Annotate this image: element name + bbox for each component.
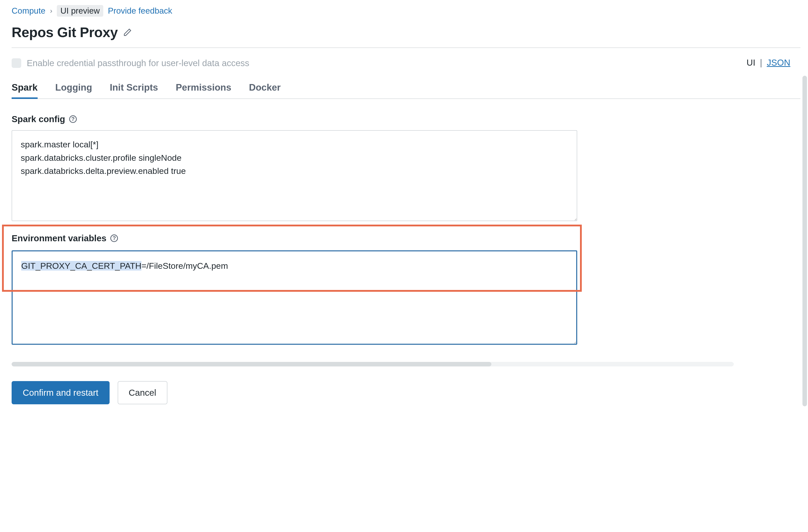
passthrough-label: Enable credential passthrough for user-l… [27, 58, 249, 68]
config-tabs: Spark Logging Init Scripts Permissions D… [12, 82, 801, 99]
tab-docker[interactable]: Docker [249, 82, 280, 98]
page-title: Repos Git Proxy [12, 24, 118, 40]
env-rest-text: =/FileStore/myCA.pem [141, 261, 228, 270]
pencil-icon[interactable] [123, 28, 132, 37]
passthrough-checkbox [12, 58, 21, 68]
view-mode-ui[interactable]: UI [747, 58, 755, 68]
breadcrumb-root[interactable]: Compute [12, 6, 45, 16]
env-variables-textarea[interactable]: GIT_PROXY_CA_CERT_PATH=/FileStore/myCA.p… [12, 250, 577, 345]
vertical-scrollbar[interactable] [803, 76, 807, 406]
spark-config-label: Spark config ? [12, 114, 801, 124]
page-title-row: Repos Git Proxy [12, 24, 801, 40]
help-icon[interactable]: ? [69, 115, 77, 123]
scrollbar-thumb[interactable] [12, 362, 491, 366]
env-selected-text: GIT_PROXY_CA_CERT_PATH [21, 261, 141, 270]
tab-spark[interactable]: Spark [12, 82, 38, 99]
view-mode-toggle: UI | JSON [747, 58, 790, 68]
chevron-right-icon: › [50, 7, 52, 15]
confirm-and-restart-button[interactable]: Confirm and restart [12, 381, 110, 404]
breadcrumb-current: UI preview [57, 5, 103, 17]
view-mode-divider: | [760, 58, 762, 68]
env-variables-label: Environment variables ? [12, 226, 577, 243]
tab-logging[interactable]: Logging [55, 82, 92, 98]
help-icon[interactable]: ? [110, 234, 118, 242]
tab-permissions[interactable]: Permissions [176, 82, 231, 98]
footer-actions: Confirm and restart Cancel [12, 381, 801, 404]
passthrough-toggle: Enable credential passthrough for user-l… [12, 58, 249, 68]
spark-config-textarea[interactable] [12, 130, 577, 221]
breadcrumb: Compute › UI preview Provide feedback [12, 5, 801, 17]
horizontal-scrollbar[interactable] [12, 362, 734, 366]
view-mode-json[interactable]: JSON [767, 58, 790, 68]
provide-feedback-link[interactable]: Provide feedback [108, 6, 172, 16]
cancel-button[interactable]: Cancel [118, 381, 167, 404]
tab-init-scripts[interactable]: Init Scripts [110, 82, 158, 98]
